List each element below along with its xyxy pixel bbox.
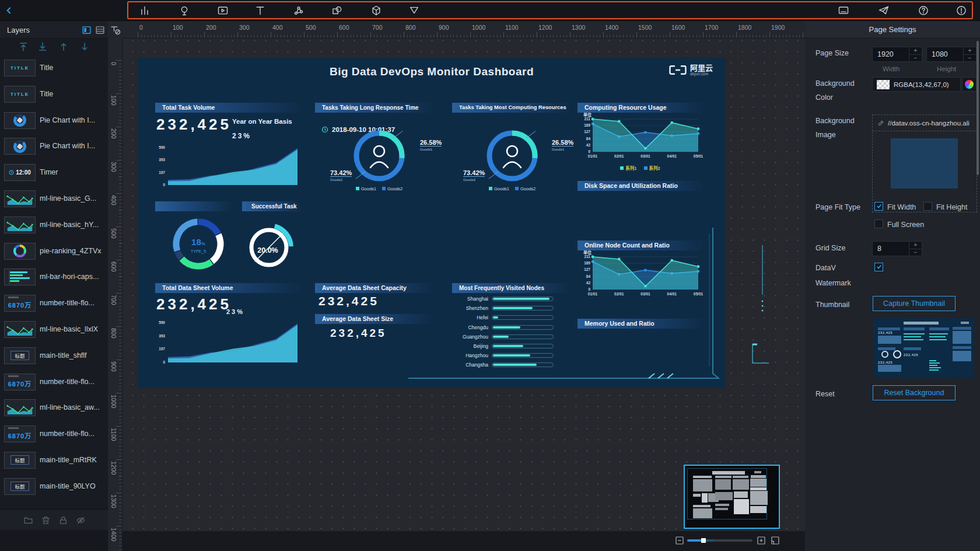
- shapes-icon[interactable]: [331, 5, 343, 16]
- screen-icon[interactable]: [838, 5, 849, 16]
- node-bar-fill: [493, 316, 498, 319]
- donutB-slice2-value: 73.42%: [463, 169, 485, 177]
- move-bottom-icon[interactable]: [37, 41, 48, 52]
- map-icon[interactable]: [178, 5, 190, 16]
- panel-header-most-computing: Tasks Taking Most Computing Resources: [452, 103, 569, 113]
- layer-item-17[interactable]: 标题main-title_90LYO: [0, 473, 108, 500]
- fit-width-checkbox[interactable]: [874, 202, 883, 211]
- back-icon[interactable]: [4, 5, 15, 16]
- page-height-input[interactable]: 1080 +−: [926, 47, 977, 62]
- full-screen-checkbox[interactable]: [874, 219, 883, 228]
- help-icon[interactable]: [918, 5, 929, 16]
- layer-item-9[interactable]: ml-bar-hori-caps...: [0, 264, 108, 290]
- color-picker-button[interactable]: [962, 77, 977, 92]
- move-down-icon[interactable]: [79, 41, 90, 52]
- grid-size-input[interactable]: 8 +−: [872, 241, 922, 256]
- move-top-icon[interactable]: [18, 41, 29, 52]
- cube-icon[interactable]: [370, 5, 382, 16]
- bg-color-input[interactable]: RGBA(13,42,67,0): [872, 77, 961, 92]
- layer-thumb-bar: [4, 268, 36, 285]
- layer-item-11[interactable]: ml-line-basic_llxlX: [0, 316, 108, 343]
- page-settings-header: Page Settings: [805, 21, 980, 39]
- horizontal-ruler[interactable]: 0100200300400500600700800900100011001200…: [123, 21, 805, 39]
- layer-thumb-pie: [4, 112, 36, 129]
- bar-chart-icon[interactable]: [139, 5, 150, 16]
- panel-scrollbar[interactable]: [977, 41, 979, 175]
- layer-item-12[interactable]: 标题main-title_shflf: [0, 343, 108, 369]
- layer-item-13[interactable]: 6870万number-title-flo...: [0, 369, 108, 395]
- h-ruler-label: 100: [173, 24, 183, 31]
- list-view-icon[interactable]: [95, 25, 105, 34]
- svg-text:02/01: 02/01: [614, 154, 624, 158]
- vertical-ruler[interactable]: 0100200300400500600700800900100011001200…: [108, 39, 123, 551]
- layer-thumb-main-title: 标题: [4, 347, 36, 364]
- layer-item-16[interactable]: 标题main-title_mRtRK: [0, 447, 108, 473]
- layer-item-1[interactable]: TITLETitle: [0, 55, 108, 81]
- layer-item-8[interactable]: pie-ranking_4ZTVx: [0, 238, 108, 264]
- editor-canvas[interactable]: Big Data DevOps Monitor Dashboard 阿里云 al…: [123, 39, 805, 551]
- relation-icon[interactable]: [293, 5, 304, 16]
- guides-toggle[interactable]: [108, 21, 123, 39]
- eye-off-icon[interactable]: [76, 515, 86, 525]
- grid-size-stepper[interactable]: +−: [909, 242, 922, 256]
- layer-item-14[interactable]: ml-line-basic_aw...: [0, 395, 108, 421]
- svg-text:02/01: 02/01: [614, 292, 624, 296]
- lock-icon[interactable]: [58, 515, 68, 525]
- zoom-slider-handle[interactable]: [701, 538, 706, 543]
- minimap[interactable]: [684, 465, 780, 529]
- svg-text:42: 42: [586, 143, 591, 147]
- thumbnail-block: [953, 331, 971, 344]
- transparency-swatch: [877, 80, 890, 89]
- width-stepper[interactable]: +−: [909, 47, 922, 61]
- node-label: Hefei: [452, 315, 492, 320]
- page-width-input[interactable]: 1920 +−: [872, 47, 922, 62]
- height-stepper[interactable]: +−: [963, 47, 976, 61]
- thumbnail-block: [929, 336, 946, 337]
- dashboard-artboard[interactable]: Big Data DevOps Monitor Dashboard 阿里云 al…: [138, 57, 726, 388]
- h-ruler-label: 900: [439, 24, 449, 31]
- thumbnail-block: [904, 347, 921, 350]
- info-icon[interactable]: [956, 5, 967, 16]
- publish-icon[interactable]: [878, 5, 890, 16]
- bg-color-label-1: Background: [816, 79, 855, 88]
- layer-item-7[interactable]: ml-line-basic_hY...: [0, 212, 108, 238]
- panel-header-avg-size: Average Data Sheet Size: [315, 314, 432, 324]
- watermark-checkbox[interactable]: [874, 263, 883, 271]
- thumbnail-value: 232,425: [904, 353, 918, 357]
- fit-screen-button[interactable]: [771, 536, 780, 545]
- zoom-out-button[interactable]: [675, 536, 684, 545]
- zoom-slider[interactable]: [687, 539, 752, 542]
- h-ruler-label: 0: [139, 24, 143, 31]
- text-icon[interactable]: [254, 5, 266, 16]
- type5-donut-chart: 18%TYPE_5: [170, 216, 226, 272]
- h-ruler-label: 300: [239, 24, 250, 31]
- node-bar-row: Shanghai: [452, 294, 569, 304]
- move-up-icon[interactable]: [58, 41, 69, 52]
- layer-item-10[interactable]: 6870万number-title-flo...: [0, 290, 108, 316]
- layer-item-15[interactable]: 6870万number-title-flo...: [0, 421, 108, 447]
- minimap-block: [750, 479, 766, 487]
- zoom-in-button[interactable]: [757, 536, 766, 545]
- media-icon[interactable]: [217, 5, 229, 16]
- svg-text:211: 211: [584, 254, 591, 259]
- layer-item-6[interactable]: ml-line-basic_G...: [0, 186, 108, 212]
- svg-text:18%: 18%: [191, 237, 205, 247]
- thumbnail-view-icon[interactable]: [82, 25, 92, 34]
- minimap-block: [751, 475, 766, 478]
- node-bar-row: Changsha: [452, 360, 569, 369]
- reset-background-button[interactable]: Reset Background: [873, 385, 956, 400]
- bg-image-preview: [891, 138, 958, 189]
- layer-item-4[interactable]: Pie Chart with I...: [0, 133, 108, 159]
- thumbnail-preview[interactable]: 232,425232,425232,425: [873, 318, 974, 378]
- fit-height-checkbox[interactable]: [923, 202, 932, 211]
- layer-item-2[interactable]: TITLETitle: [0, 81, 108, 107]
- funnel-icon[interactable]: [408, 5, 420, 16]
- capture-thumbnail-button[interactable]: Capture Thumbnail: [873, 296, 956, 311]
- layer-item-5[interactable]: 12:00Timer: [0, 159, 108, 186]
- bg-image-input[interactable]: //datav.oss-cn-hangzhou.ali: [872, 114, 977, 212]
- layer-item-3[interactable]: Pie Chart with I...: [0, 107, 108, 134]
- folder-icon[interactable]: [23, 515, 33, 525]
- node-bar-row: Hefei: [452, 313, 569, 322]
- panel-header-total-data-sheet: Total Data Sheet Volume: [155, 283, 300, 293]
- trash-icon[interactable]: [41, 515, 51, 525]
